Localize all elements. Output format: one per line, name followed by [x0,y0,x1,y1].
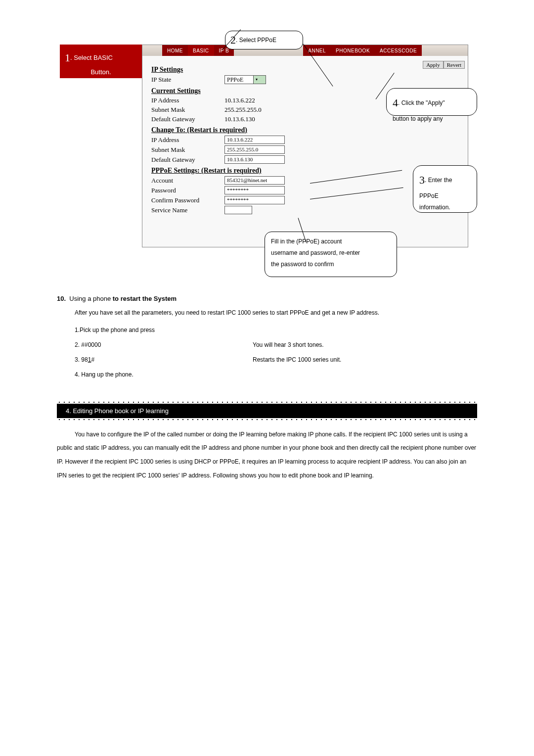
dotted-rule-bottom [57,418,477,421]
pppoe-account-label: Account [151,177,224,185]
callout-step-4: 4. Click the "Apply" button to apply any [386,88,477,116]
pppoe-confirm-password-label: Confirm Password [151,196,224,204]
change-mask-label: Subnet Mask [151,146,224,154]
section-4-body: You have to configure the IP of the call… [57,428,477,482]
change-ip-input[interactable]: 10.13.6.222 [224,136,285,144]
pppoe-confirm-password-input[interactable]: ******** [224,196,285,204]
config-screenshot-figure: 1. Select BASIC Button. HOME BASIC IP B … [57,35,477,286]
callout-fill-pppoe: Fill in the (PPPoE) account username and… [265,232,397,277]
pppoe-service-name-label: Service Name [151,206,224,214]
step-1: 1.Pick up the phone and press [75,327,253,333]
section-10-intro: After you have set all the parameters, y… [75,307,477,319]
change-gw-label: Default Gateway [151,156,224,164]
step-3-right: Restarts the IPC 1000 series unit. [253,356,477,363]
current-gw-label: Default Gateway [151,115,224,123]
pppoe-password-input[interactable]: ******** [224,186,285,194]
section-4-container: 4. Editing Phone book or IP learning You… [57,401,477,482]
callout-step-1: 1. Select BASIC Button. [60,45,142,78]
ip-settings-heading: IP Settings [151,66,468,74]
current-ip-value: 10.13.6.222 [224,96,255,104]
change-gw-input[interactable]: 10.13.6.130 [224,155,285,164]
pppoe-password-label: Password [151,187,224,194]
section-10-heading: 10. Using a phone to restart the System [57,295,477,302]
current-mask-label: Subnet Mask [151,106,224,114]
apply-button[interactable]: Apply [423,61,444,69]
current-gw-value: 10.13.6.130 [224,115,255,123]
section-10-restart: 10. Using a phone to restart the System … [57,295,477,378]
change-to-heading: Change To: (Restart is required) [151,126,468,134]
restart-steps: 1.Pick up the phone and press 2. ##0000 … [75,327,477,378]
ip-state-label: IP State [151,76,224,84]
section-4-heading: 4. Editing Phone book or IP learning [57,404,477,418]
change-mask-input[interactable]: 255.255.255.0 [224,145,285,154]
tab-basic[interactable]: BASIC [188,45,214,56]
step-3-left: 3. 981# [75,356,253,363]
step-4: 4. Hang up the phone. [75,371,253,378]
step-2-left: 2. ##0000 [75,341,253,348]
step-2-right: You will hear 3 short tones. [253,341,477,348]
ip-settings-window: HOME BASIC IP B ANNEL PHONEBOOK ACCESSCO… [142,45,468,247]
ip-state-select[interactable]: PPPoE ▾ [224,75,266,84]
tab-accesscode[interactable]: ACCESSCODE [375,45,422,56]
action-button-row: Apply Revert [423,61,465,69]
change-ip-label: IP Address [151,136,224,144]
pppoe-service-name-input[interactable] [224,206,252,214]
current-ip-label: IP Address [151,96,224,104]
tab-home[interactable]: HOME [162,45,188,56]
pppoe-account-input[interactable]: 854321@hinet.net [224,176,285,185]
chevron-down-icon: ▾ [253,76,266,84]
revert-button[interactable]: Revert [444,61,465,69]
step-number: 1 [65,51,70,64]
callout-step-3: 3. Enter the PPPoE information. [413,165,477,213]
tab-phonebook[interactable]: PHONEBOOK [331,45,375,56]
current-mask-value: 255.255.255.0 [224,106,262,114]
